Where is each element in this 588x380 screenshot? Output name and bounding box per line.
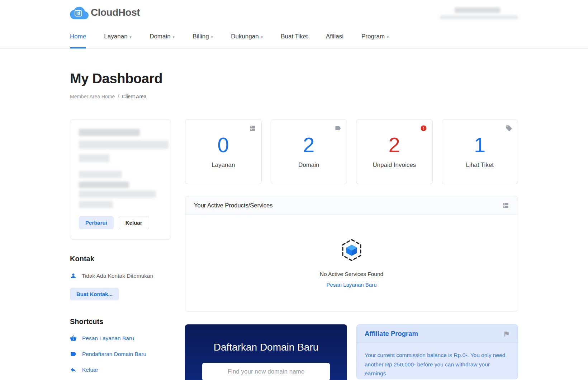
nav-item-domain[interactable]: Domain ▾ xyxy=(150,25,175,48)
chevron-down-icon: ▾ xyxy=(261,35,263,39)
profile-field-redacted xyxy=(79,191,156,198)
reply-icon xyxy=(70,366,77,373)
nav-label: Domain xyxy=(150,33,171,40)
user-name-redacted xyxy=(455,8,500,13)
shortcuts-heading: Shortcuts xyxy=(70,318,171,326)
nav-item-layanan[interactable]: Layanan ▾ xyxy=(104,25,132,48)
basket-icon xyxy=(70,335,77,342)
nav-item-dukungan[interactable]: Dukungan ▾ xyxy=(231,25,263,48)
chevron-down-icon: ▾ xyxy=(387,35,389,39)
products-panel-title: Your Active Products/Services xyxy=(194,202,273,209)
dns-icon xyxy=(502,202,509,209)
profile-field-redacted xyxy=(79,201,113,208)
stat-value: 1 xyxy=(474,135,485,155)
sidebar: Perbarui Keluar Kontak Tidak Ada Kontak … xyxy=(70,119,171,380)
stat-card-unpaid-invoices[interactable]: 2 Unpaid Invoices xyxy=(356,119,433,184)
nav-label: Billing xyxy=(193,33,209,40)
error-icon xyxy=(420,125,427,132)
register-domain-banner: Daftarkan Domain Baru xyxy=(185,324,347,380)
logo-wordmark: CloudHost xyxy=(91,7,140,18)
affiliate-balance-text: Your current commission balance is Rp.0-… xyxy=(357,343,518,379)
affiliate-title: Affiliate Program xyxy=(365,330,418,338)
stat-card-services[interactable]: 0 Layanan xyxy=(185,119,262,184)
chevron-down-icon: ▾ xyxy=(173,35,175,39)
nav-label: Buat Tiket xyxy=(281,33,308,40)
person-icon xyxy=(70,272,77,279)
profile-city-redacted xyxy=(79,154,109,162)
shortcut-label: Keluar xyxy=(82,367,98,373)
stat-value: 2 xyxy=(303,135,314,155)
shortcut-logout[interactable]: Keluar xyxy=(70,366,171,373)
profile-field-redacted xyxy=(79,182,129,188)
shortcut-register-domain[interactable]: Pendaftaran Domain Baru xyxy=(70,351,171,357)
stat-value: 2 xyxy=(389,135,400,155)
breadcrumb: Member Area Home / Client Area xyxy=(70,94,518,99)
nav-label: Program xyxy=(361,33,385,40)
breadcrumb-current: Client Area xyxy=(122,94,146,99)
user-email-redacted xyxy=(440,15,518,19)
stat-label: Layanan xyxy=(212,161,235,169)
nav-label: Afiliasi xyxy=(326,33,343,40)
nav-label: Home xyxy=(70,33,86,40)
order-new-service-link[interactable]: Pesan Layanan Baru xyxy=(326,282,376,288)
profile-field-redacted xyxy=(79,171,122,178)
stat-label: Unpaid Invoices xyxy=(373,161,416,169)
logout-button[interactable]: Keluar xyxy=(119,216,149,229)
flag-icon xyxy=(503,330,510,337)
stat-card-tickets[interactable]: 1 Lihat Tiket xyxy=(442,119,518,184)
nav-label: Layanan xyxy=(104,33,127,40)
dns-icon xyxy=(249,125,256,132)
nav-label: Dukungan xyxy=(231,33,259,40)
profile-name-redacted xyxy=(79,129,140,136)
domain-search-input[interactable] xyxy=(202,363,330,380)
profile-address-redacted xyxy=(79,140,169,149)
empty-services-title: No Active Services Found xyxy=(320,271,383,277)
shortcut-label: Pesan Layanan Baru xyxy=(82,335,134,342)
nav-item-home[interactable]: Home xyxy=(70,25,86,48)
renew-button[interactable]: Perbarui xyxy=(79,216,114,229)
affiliate-panel: Affiliate Program Your current commissio… xyxy=(356,324,518,379)
cloud-logo-icon: Id xyxy=(70,6,89,19)
chevron-down-icon: ▾ xyxy=(211,35,213,39)
shortcut-order-new-service[interactable]: Pesan Layanan Baru xyxy=(70,335,171,342)
shortcut-label: Pendaftaran Domain Baru xyxy=(82,351,146,357)
stat-label: Lihat Tiket xyxy=(466,161,494,169)
logo-badge-text: Id xyxy=(75,10,82,17)
tag-icon xyxy=(506,125,512,132)
main-content: 0 Layanan 2 Domain 2 Unpaid Invoices xyxy=(185,119,518,380)
page-title: My Dashboard xyxy=(70,71,518,86)
contact-empty-text: Tidak Ada Kontak Ditemukan xyxy=(82,273,153,279)
register-domain-title: Daftarkan Domain Baru xyxy=(214,342,319,353)
stat-label: Domain xyxy=(298,161,319,169)
stats-row: 0 Layanan 2 Domain 2 Unpaid Invoices xyxy=(185,119,518,184)
chevron-down-icon: ▾ xyxy=(130,35,132,39)
profile-card: Perbarui Keluar xyxy=(70,119,171,240)
nav-item-buat-tiket[interactable]: Buat Tiket xyxy=(281,25,308,48)
nav-item-program[interactable]: Program ▾ xyxy=(361,25,389,48)
nav-item-billing[interactable]: Billing ▾ xyxy=(193,25,213,48)
create-contact-button[interactable]: Buat Kontak... xyxy=(70,288,119,300)
stat-value: 0 xyxy=(218,135,229,155)
active-products-panel: Your Active Products/Services xyxy=(185,196,518,312)
breadcrumb-root[interactable]: Member Area Home xyxy=(70,94,115,99)
user-account-info-redacted[interactable] xyxy=(440,5,518,19)
label-icon xyxy=(335,125,341,132)
empty-services-cube-icon xyxy=(340,239,363,262)
label-icon xyxy=(70,351,77,357)
nav-item-afiliasi[interactable]: Afiliasi xyxy=(326,25,343,48)
contact-heading: Kontak xyxy=(70,255,171,263)
main-navigation: Home Layanan ▾ Domain ▾ Billing ▾ Dukung… xyxy=(0,25,588,49)
top-header: Id CloudHost xyxy=(0,0,588,25)
brand-logo[interactable]: Id CloudHost xyxy=(70,6,140,19)
breadcrumb-separator: / xyxy=(118,94,119,99)
stat-card-domains[interactable]: 2 Domain xyxy=(271,119,347,184)
